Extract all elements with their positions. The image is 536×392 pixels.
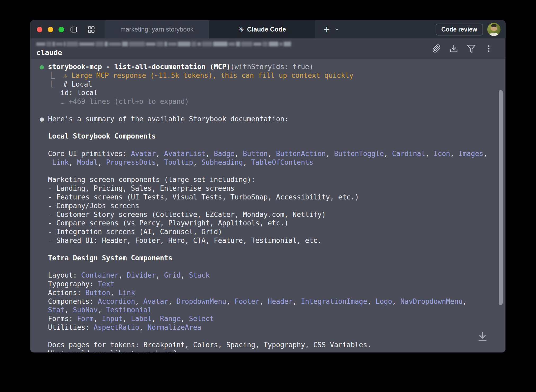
terminal-text-segment: Button: [85, 289, 110, 297]
code-review-button[interactable]: Code review: [436, 24, 483, 35]
terminal-text-segment: ,: [243, 158, 251, 166]
terminal-line: Marketing screen components (large set i…: [40, 175, 500, 184]
terminal-line: - Compare screens (vs Percy, Playwright,…: [40, 219, 500, 228]
terminal-text-segment: Forms:: [40, 315, 77, 323]
terminal-text-segment: Here's a summary of the available Storyb…: [48, 115, 288, 123]
terminal-text-segment: - Company/Jobs screens: [40, 202, 139, 210]
terminal-text-segment: - Features screens (UI Tests, Visual Tes…: [40, 193, 359, 201]
terminal-text-segment: ⎿: [40, 72, 63, 79]
terminal-text-segment: ,: [156, 150, 164, 158]
terminal-line: [40, 106, 500, 115]
terminal-text-segment: NormalizeArea: [148, 323, 202, 331]
terminal-text-segment: (withStoryIds: true): [230, 63, 313, 71]
tab-claude-code[interactable]: ✳ Claude Code: [209, 20, 315, 38]
terminal-text-segment: ,: [293, 297, 301, 305]
terminal-line: - Features screens (UI Tests, Visual Tes…: [40, 193, 500, 202]
terminal-line: Layout: Container, Divider, Grid, Stack: [40, 271, 500, 280]
terminal-text-segment: [40, 306, 48, 314]
terminal-text-segment: Badge: [214, 150, 234, 158]
terminal-text-segment: Footer: [235, 297, 260, 305]
terminal-text-segment: Images: [458, 150, 483, 158]
terminal-text-segment: ,: [181, 315, 189, 323]
terminal-text-segment: ⎿: [40, 80, 63, 88]
terminal-line: Stat, SubNav, Testimonial: [40, 306, 500, 314]
terminal-text-segment: Stat: [48, 306, 65, 314]
terminal-text-segment: Cardinal: [392, 150, 425, 158]
scroll-to-bottom-button[interactable]: [475, 329, 490, 344]
terminal-text-segment: - Compare screens (vs Percy, Playwright,…: [40, 219, 288, 227]
terminal-text-segment: - Landing, Pricing, Sales, Enterprise sc…: [40, 184, 235, 192]
terminal-text-segment: ,: [123, 315, 131, 323]
terminal-text-segment: storybook-mcp - list-all-documentation (…: [48, 63, 230, 71]
terminal-text-segment: IntegrationImage: [301, 297, 367, 305]
user-avatar[interactable]: [487, 23, 501, 36]
terminal-text-segment: Header: [268, 297, 293, 305]
terminal-text-segment: Logo: [376, 297, 392, 305]
terminal-text-segment: ,: [193, 158, 201, 166]
terminal-text-segment: ⚠ Large MCP response (~11.5k tokens), th…: [63, 72, 354, 79]
close-window-button[interactable]: [37, 27, 42, 32]
terminal-line: [40, 245, 500, 254]
terminal-window: marketing: yarn storybook ✳ Claude Code …: [30, 20, 505, 352]
tab-overview-icon[interactable]: [87, 26, 95, 33]
terminal-text-segment: ,: [367, 297, 376, 305]
terminal-line: Core UI primitives: Avatar, AvatarList, …: [40, 149, 500, 158]
terminal-line: Forms: Form, Input, Label, Range, Select: [40, 314, 500, 323]
terminal-text-segment: ButtonToggle: [334, 150, 384, 158]
download-icon[interactable]: [449, 44, 458, 53]
terminal-output: ● storybook-mcp - list-all-documentation…: [30, 59, 505, 352]
sidebar-toggle-icon[interactable]: [70, 26, 78, 33]
terminal-text-segment: Icon: [434, 150, 450, 158]
terminal-text-segment: ,: [98, 306, 106, 314]
terminal-text-segment: Testimonial: [106, 306, 151, 314]
terminal-line: ● Here's a summary of the available Stor…: [40, 115, 500, 123]
terminal-text-segment: ,: [392, 297, 400, 305]
terminal-line: What would you like to work on?: [40, 349, 500, 352]
tab-label: marketing: yarn storybook: [120, 26, 193, 33]
chevron-down-icon[interactable]: [334, 27, 339, 32]
terminal-line: Local Storybook Components: [40, 132, 500, 141]
terminal-text-segment: ,: [181, 271, 189, 279]
terminal-text-segment: Accordion: [98, 297, 135, 305]
terminal-line: Docs pages for tokens: Breakpoint, Color…: [40, 341, 500, 349]
terminal-text-segment: Layout:: [40, 271, 81, 279]
terminal-text-segment: Modal: [77, 158, 98, 166]
terminal-text-segment: ,: [110, 289, 118, 297]
terminal-text-segment: Marketing screen components (large set i…: [40, 176, 255, 184]
tab-marketing-yarn-storybook[interactable]: marketing: yarn storybook: [105, 20, 209, 38]
terminal-text-segment: ,: [69, 158, 77, 166]
terminal-text-segment: Stack: [189, 271, 210, 279]
filter-icon[interactable]: [467, 44, 476, 53]
terminal-text-segment: [40, 158, 52, 166]
terminal-text-segment: Link: [118, 289, 135, 297]
toolbar-icons: [432, 38, 493, 59]
terminal-text-segment: … +469 lines (ctrl+o to expand): [40, 97, 189, 105]
terminal-text-segment: # Local: [63, 80, 92, 88]
terminal-line: [40, 167, 500, 176]
scrollbar-thumb[interactable]: [499, 90, 503, 305]
tab-bar: marketing: yarn storybook ✳ Claude Code …: [30, 20, 505, 38]
kebab-menu-icon[interactable]: [484, 44, 493, 53]
window-controls: [30, 20, 105, 38]
terminal-text-segment: SubNav: [73, 306, 98, 314]
session-label: claude: [36, 48, 62, 57]
terminal-text-segment: AvatarList: [164, 150, 206, 158]
terminal-text-segment: Tetra Design System Components: [40, 254, 172, 262]
terminal-text-segment: ,: [94, 315, 102, 323]
terminal-text-segment: Actions:: [40, 289, 85, 297]
terminal-line: Actions: Button, Link: [40, 288, 500, 297]
terminal-line: [40, 332, 500, 341]
zoom-window-button[interactable]: [59, 27, 64, 32]
terminal-line: ● storybook-mcp - list-all-documentation…: [40, 63, 500, 71]
terminal-text-segment: Input: [102, 315, 123, 323]
terminal-text-segment: Docs pages for tokens: Breakpoint, Color…: [40, 341, 371, 349]
terminal-text-segment: ,: [206, 150, 214, 158]
terminal-text-segment: ButtonAction: [276, 150, 326, 158]
paperclip-icon[interactable]: [432, 44, 441, 53]
terminal-text-segment: TableOfContents: [251, 158, 313, 166]
minimize-window-button[interactable]: [48, 27, 53, 32]
new-tab-button[interactable]: +: [324, 24, 330, 35]
terminal-text-segment: ,: [268, 150, 276, 158]
terminal-text-segment: ,: [139, 323, 148, 331]
terminal-text-segment: ,: [384, 150, 392, 158]
